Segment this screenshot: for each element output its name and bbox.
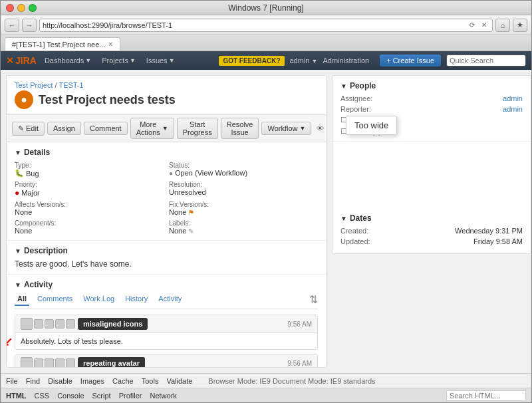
pencil-icon[interactable]: ✎ xyxy=(188,227,194,235)
dashboards-chevron-icon: ▼ xyxy=(85,57,91,64)
nav-issues[interactable]: Issues ▼ xyxy=(144,55,178,66)
browser-tab-1[interactable]: #[TEST-1] Test Project nee... ✕ xyxy=(5,37,120,51)
firebug-cache[interactable]: Cache xyxy=(112,377,134,385)
issues-chevron-icon: ▼ xyxy=(169,57,175,64)
jira-x-icon: ✕ xyxy=(6,55,14,66)
activity-tab-history[interactable]: History xyxy=(122,293,150,306)
issue-header: Test Project / TEST-1 ● Test Project nee… xyxy=(7,76,326,115)
jira-toolbar: ✕ JIRA Dashboards ▼ Projects ▼ Issues ▼ … xyxy=(1,51,531,70)
comment-1-avatar-5 xyxy=(66,319,75,329)
firebug-images[interactable]: Images xyxy=(80,377,104,385)
create-issue-button[interactable]: + Create Issue xyxy=(380,55,441,67)
jira-logo-text: JIRA xyxy=(15,55,37,66)
activity-tab-worklog[interactable]: Work Log xyxy=(80,293,117,306)
issue-title: Test Project needs tests xyxy=(39,93,176,107)
content-area: Test Project / TEST-1 ● Test Project nee… xyxy=(1,70,531,373)
issue-type-icon: ● xyxy=(15,90,33,109)
reload-icon[interactable]: ⟳ xyxy=(467,20,477,31)
firebug-tab-html[interactable]: HTML xyxy=(6,392,27,400)
assign-button[interactable]: Assign xyxy=(47,122,81,135)
edit-button[interactable]: ✎ Edit xyxy=(12,122,45,136)
breadcrumb-project: Test Project xyxy=(15,81,53,89)
details-header[interactable]: ▼ Details xyxy=(15,148,318,157)
resolution-row: Resolution: Unresolved xyxy=(169,180,318,198)
description-header[interactable]: ▼ Description xyxy=(15,246,318,255)
comment-2: repeating avatar 9:56 AM I prefer all, t… xyxy=(15,354,318,368)
back-button[interactable]: ← xyxy=(5,19,19,32)
comment-2-avatars xyxy=(21,357,75,368)
priority-row: Priority: ● Major xyxy=(15,180,164,198)
activity-tab-comments[interactable]: Comments xyxy=(35,293,75,306)
firebug-tab-profiler[interactable]: Profiler xyxy=(119,392,142,400)
description-text: Tests are good. Let's have some. xyxy=(15,259,318,269)
comment-1-avatar-main xyxy=(21,318,33,330)
workflow-button[interactable]: Workflow ▼ xyxy=(261,122,311,135)
firebug-tab-script[interactable]: Script xyxy=(92,392,111,400)
window-controls xyxy=(6,4,37,12)
activity-section: ▼ Activity All Comments Work Log History… xyxy=(7,275,326,368)
main-area: Test Project / TEST-1 ● Test Project nee… xyxy=(1,70,531,402)
comment-1-avatar-4 xyxy=(55,319,65,329)
assignee-row: Assignee: admin xyxy=(340,94,523,102)
updated-value: Friday 9:58 AM xyxy=(473,237,523,245)
forward-button[interactable]: → xyxy=(22,19,37,32)
comment-2-avatar-3 xyxy=(45,358,54,368)
edit-icon: ✎ xyxy=(18,124,24,133)
window-frame: Windows 7 [Running] ← → http://localhost… xyxy=(0,0,532,403)
url-bar[interactable]: http://localhost:2990/jira/browse/TEST-1… xyxy=(39,19,493,32)
firebug-tab-css[interactable]: CSS xyxy=(35,392,50,400)
minimize-button[interactable] xyxy=(17,4,25,12)
activity-tab-activity[interactable]: Activity xyxy=(156,293,184,306)
firebug-search-input[interactable] xyxy=(446,390,526,401)
type-row: Type: 🐛 Bug xyxy=(15,161,164,178)
quick-search-input[interactable] xyxy=(446,55,526,67)
activity-tab-all[interactable]: All xyxy=(15,293,29,306)
status-icon: ● xyxy=(169,170,173,177)
right-panel: ▼ People Assignee: admin Reporter: admin xyxy=(332,75,531,254)
comment-1-wrapper: misaligned icons 9:56 AM Absolutely. Lot… xyxy=(15,315,318,350)
favorites-button[interactable]: ★ xyxy=(513,19,527,32)
dates-toggle-icon: ▼ xyxy=(340,215,347,222)
reporter-value[interactable]: admin xyxy=(503,105,523,113)
close-icon[interactable]: ✕ xyxy=(479,20,489,31)
home-button[interactable]: ⌂ xyxy=(495,19,510,32)
window-titlebar: Windows 7 [Running] xyxy=(1,1,531,15)
repeating-avatar-annotation: repeating avatar xyxy=(78,357,145,368)
resolve-issue-button[interactable]: Resolve Issue xyxy=(221,118,259,139)
priority-icon: ● xyxy=(15,188,19,198)
nav-dashboards[interactable]: Dashboards ▼ xyxy=(42,55,94,66)
breadcrumb: Test Project / TEST-1 xyxy=(15,81,318,89)
firebug-tab-console[interactable]: Console xyxy=(57,392,84,400)
firebug-disable[interactable]: Disable xyxy=(48,377,72,385)
firebug-validate[interactable]: Validate xyxy=(166,377,192,385)
dates-header[interactable]: ▼ Dates xyxy=(340,213,523,223)
feedback-button[interactable]: GOT FEEDBACK? xyxy=(219,56,284,66)
comment-button[interactable]: Comment xyxy=(84,122,128,135)
browser-mode-status: Browser Mode: IE9 Document Mode: IE9 sta… xyxy=(208,377,375,385)
comment-2-avatar-2 xyxy=(34,358,43,368)
eye-icon: 👁 xyxy=(317,124,324,132)
firebug-file[interactable]: File xyxy=(6,377,18,385)
sort-icon[interactable]: ⇅ xyxy=(309,293,318,306)
tab-1-close[interactable]: ✕ xyxy=(108,41,113,48)
people-header[interactable]: ▼ People xyxy=(340,81,523,90)
misaligned-icons-annotation: misaligned icons xyxy=(78,318,148,330)
start-progress-button[interactable]: Start Progress xyxy=(177,118,218,139)
comment-2-avatar-5 xyxy=(66,358,75,368)
firebug-tab-network[interactable]: Network xyxy=(150,392,177,400)
components-row: Component/s: None xyxy=(15,219,164,235)
assignee-value[interactable]: admin xyxy=(503,94,523,102)
firebug-bar: File Find Disable Images Cache Tools Val… xyxy=(1,373,531,388)
nav-projects[interactable]: Projects ▼ xyxy=(99,55,138,66)
comment-2-avatar-main xyxy=(21,357,33,368)
admin-menu[interactable]: Administration xyxy=(323,57,369,65)
firebug-find[interactable]: Find xyxy=(26,377,40,385)
firebug-tools[interactable]: Tools xyxy=(142,377,159,385)
affects-row: Affects Version/s: None xyxy=(15,200,164,216)
close-button[interactable] xyxy=(6,4,14,12)
maximize-button[interactable] xyxy=(29,4,37,12)
user-menu[interactable]: admin ▼ xyxy=(290,57,318,65)
workflow-chevron-icon: ▼ xyxy=(300,125,306,132)
activity-header[interactable]: ▼ Activity xyxy=(15,280,318,289)
more-actions-button[interactable]: More Actions ▼ xyxy=(130,118,174,139)
